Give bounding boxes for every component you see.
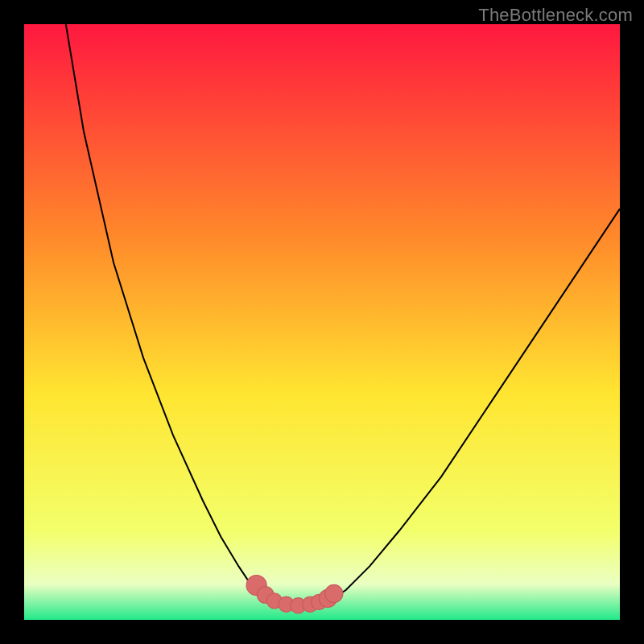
chart-svg xyxy=(24,24,620,620)
gradient-background xyxy=(24,24,620,620)
outer-frame: TheBottleneck.com xyxy=(0,0,644,644)
valley-marker xyxy=(325,584,343,602)
watermark-text: TheBottleneck.com xyxy=(478,5,633,26)
plot-area xyxy=(24,24,620,620)
